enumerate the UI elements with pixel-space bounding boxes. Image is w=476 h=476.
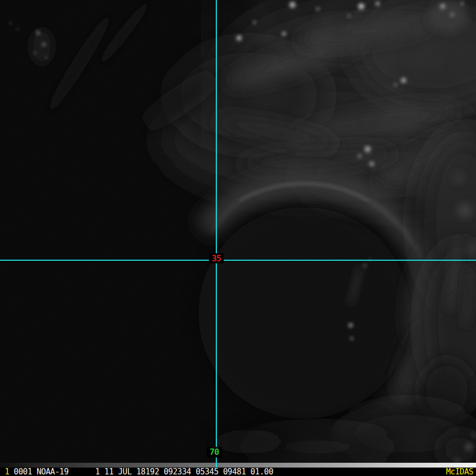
latitude-label-text: 35	[212, 254, 221, 263]
satellite-image[interactable]	[0, 0, 476, 476]
frame-number: 1	[5, 468, 10, 476]
cloud-mottle-texture	[201, 0, 476, 201]
image-time-info-label: 1 11 JUL 18192 092334 05345 09481 01.00	[95, 468, 273, 476]
longitude-label: 70	[207, 447, 222, 457]
crosshair-vertical-line	[216, 0, 217, 468]
status-bar: 1 0001 NOAA-19 1 11 JUL 18192 092334 053…	[0, 468, 476, 476]
mcidas-brand-label: McIDAS	[446, 468, 473, 476]
latitude-label: 35	[209, 253, 224, 263]
longitude-label-text: 70	[209, 448, 218, 456]
image-id-label: 0001 NOAA-19	[14, 468, 69, 476]
mcidas-window: 35 70 1 0001 NOAA-19 1 11 JUL 18192 0923…	[0, 0, 476, 476]
crosshair-horizontal-line	[0, 260, 476, 261]
